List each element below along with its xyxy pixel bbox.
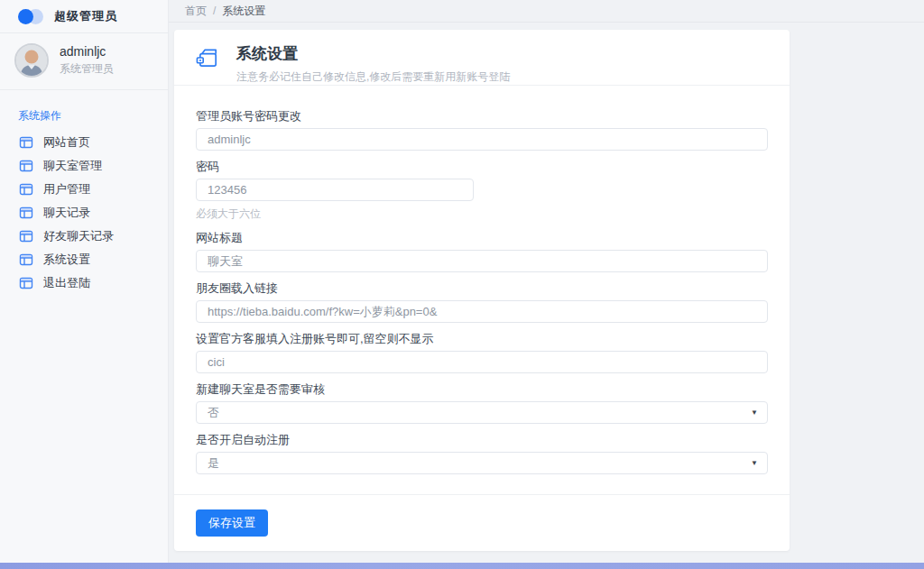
select-value: 否 xyxy=(208,405,219,421)
dropdown-arrow-icon: ▼ xyxy=(751,459,758,467)
sidebar-item-label: 系统设置 xyxy=(43,252,90,268)
field-label: 网站标题 xyxy=(196,231,768,244)
sidebar-item-friend-chat-log[interactable]: 好友聊天记录 xyxy=(0,228,168,243)
breadcrumb: 首页 / 系统设置 xyxy=(169,0,924,23)
field-label: 是否开启自动注册 xyxy=(196,433,768,446)
user-name: adminljc xyxy=(60,44,114,59)
breadcrumb-current: 系统设置 xyxy=(222,4,265,19)
dropdown-arrow-icon: ▼ xyxy=(751,408,758,417)
sidebar-item-logout[interactable]: 退出登陆 xyxy=(0,275,168,290)
card-header: 系统设置 注意务必记住自己修改信息,修改后需要重新用新账号登陆 xyxy=(174,30,790,86)
layout-icon xyxy=(19,229,33,243)
select-value: 是 xyxy=(208,455,219,472)
main-area: 首页 / 系统设置 系统设置 注意务必记住自己修改信息,修改后需要重新用新账号登… xyxy=(169,0,924,563)
field-password: 密码 必须大于六位 xyxy=(196,160,768,222)
wallet-icon xyxy=(196,46,220,70)
sidebar-item-label: 聊天记录 xyxy=(43,205,90,221)
sidebar-item-label: 网站首页 xyxy=(43,134,90,151)
field-moments-link: 朋友圈载入链接 xyxy=(196,281,768,323)
layout-icon xyxy=(19,135,33,150)
brand-logo-icon xyxy=(18,9,43,24)
sidebar: 超级管理员 adminljc 系统管理员 系统操作 xyxy=(0,0,169,563)
room-review-select[interactable]: 否 ▼ xyxy=(196,401,768,424)
layout-icon xyxy=(19,159,33,173)
sidebar-section-title: 系统操作 xyxy=(0,90,168,127)
auto-register-select[interactable]: 是 ▼ xyxy=(196,452,768,474)
field-label: 新建聊天室是否需要审核 xyxy=(196,382,768,396)
moments-link-input[interactable] xyxy=(196,300,768,323)
field-label: 管理员账号密码更改 xyxy=(196,109,768,123)
field-admin-account: 管理员账号密码更改 xyxy=(196,109,768,151)
sidebar-item-chatroom-admin[interactable]: 聊天室管理 xyxy=(0,158,168,173)
sidebar-item-site-home[interactable]: 网站首页 xyxy=(0,134,168,150)
page-subtitle: 注意务必记住自己修改信息,修改后需要重新用新账号登陆 xyxy=(236,69,510,85)
field-customer-service: 设置官方客服填入注册账号即可,留空则不显示 xyxy=(196,332,768,373)
divider xyxy=(174,494,790,495)
field-room-review: 新建聊天室是否需要审核 否 ▼ xyxy=(196,382,768,424)
app-window: 超级管理员 adminljc 系统管理员 系统操作 xyxy=(0,0,924,563)
bottom-accent-bar xyxy=(0,563,924,569)
sidebar-item-label: 用户管理 xyxy=(43,181,90,197)
sidebar-item-label: 聊天室管理 xyxy=(43,158,102,174)
field-label: 设置官方客服填入注册账号即可,留空则不显示 xyxy=(196,332,768,345)
admin-account-input[interactable] xyxy=(196,128,768,151)
user-role: 系统管理员 xyxy=(60,61,114,77)
sidebar-item-chat-log[interactable]: 聊天记录 xyxy=(0,205,168,220)
layout-icon xyxy=(19,276,33,290)
brand: 超级管理员 xyxy=(0,0,168,33)
layout-icon xyxy=(19,182,33,197)
password-input[interactable] xyxy=(196,179,474,201)
site-title-input[interactable] xyxy=(196,250,768,272)
sidebar-nav: 网站首页 聊天室管理 用户管理 聊天记录 xyxy=(0,127,168,290)
breadcrumb-separator: / xyxy=(213,5,216,17)
page-title: 系统设置 xyxy=(236,43,510,64)
field-auto-register: 是否开启自动注册 是 ▼ xyxy=(196,433,768,474)
sidebar-item-label: 退出登陆 xyxy=(43,275,90,291)
sidebar-item-user-admin[interactable]: 用户管理 xyxy=(0,181,168,197)
brand-title: 超级管理员 xyxy=(54,8,117,24)
layout-icon xyxy=(19,252,33,267)
layout-icon xyxy=(19,206,33,220)
sidebar-item-system-settings[interactable]: 系统设置 xyxy=(0,252,168,267)
password-helper-text: 必须大于六位 xyxy=(196,206,768,222)
field-label: 密码 xyxy=(196,160,768,173)
field-site-title: 网站标题 xyxy=(196,231,768,272)
field-label: 朋友圈载入链接 xyxy=(196,281,768,295)
breadcrumb-home-link[interactable]: 首页 xyxy=(185,4,207,19)
save-settings-button[interactable]: 保存设置 xyxy=(196,509,268,537)
settings-card: 系统设置 注意务必记住自己修改信息,修改后需要重新用新账号登陆 管理员账号密码更… xyxy=(174,30,790,551)
sidebar-item-label: 好友聊天记录 xyxy=(43,228,114,244)
avatar xyxy=(14,43,49,78)
customer-service-input[interactable] xyxy=(196,351,768,373)
user-card: adminljc 系统管理员 xyxy=(0,33,168,90)
settings-form: 管理员账号密码更改 密码 必须大于六位 网站标题 朋友圈载入链接 xyxy=(174,86,790,551)
